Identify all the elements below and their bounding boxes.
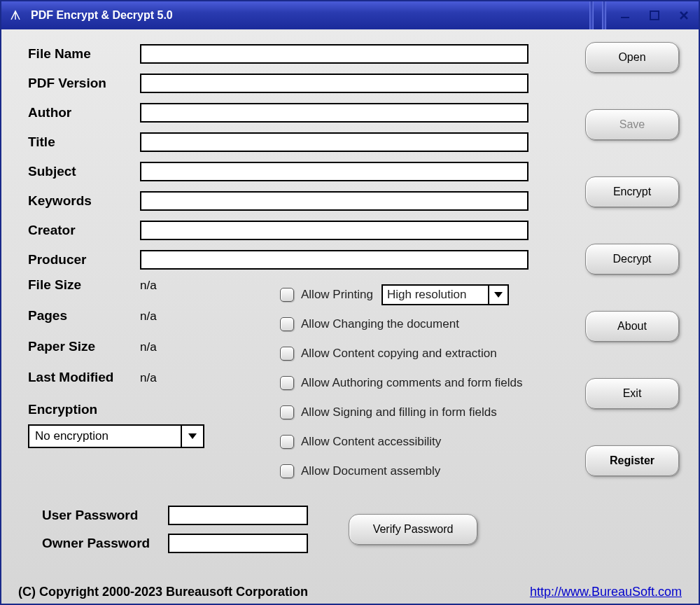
keywords-label: Keywords bbox=[28, 193, 140, 209]
allow-accessibility-checkbox[interactable] bbox=[280, 435, 294, 449]
allow-signing-checkbox[interactable] bbox=[280, 405, 294, 419]
pages-label: Pages bbox=[28, 308, 140, 324]
producer-label: Producer bbox=[28, 252, 140, 267]
keywords-input[interactable] bbox=[140, 191, 528, 211]
window-title: PDF Encrypt & Decrypt 5.0 bbox=[31, 9, 173, 22]
maximize-button[interactable] bbox=[645, 6, 664, 25]
subject-label: Subject bbox=[28, 164, 140, 179]
owner-password-input[interactable] bbox=[168, 534, 308, 553]
chevron-down-icon bbox=[494, 292, 503, 298]
owner-password-label: Owner Password bbox=[28, 536, 168, 551]
allow-changing-checkbox[interactable] bbox=[280, 317, 294, 331]
save-button[interactable]: Save bbox=[585, 109, 679, 140]
allow-signing-label: Allow Signing and filling in form fields bbox=[301, 405, 497, 419]
close-button[interactable] bbox=[675, 6, 693, 25]
author-input[interactable] bbox=[140, 103, 528, 123]
allow-authoring-label: Allow Authoring comments and form fields bbox=[301, 376, 523, 390]
register-button[interactable]: Register bbox=[585, 445, 679, 476]
pdf-version-label: PDF Version bbox=[28, 76, 140, 91]
allow-accessibility-label: Allow Content accessibility bbox=[301, 435, 441, 449]
last-modified-label: Last Modified bbox=[28, 370, 140, 385]
creator-label: Creator bbox=[28, 223, 140, 238]
pdf-version-input[interactable] bbox=[140, 74, 528, 93]
author-label: Author bbox=[28, 105, 140, 120]
last-modified-value: n/a bbox=[140, 371, 157, 385]
pages-value: n/a bbox=[140, 310, 157, 324]
exit-button[interactable]: Exit bbox=[585, 378, 679, 409]
titlebar-separator bbox=[602, 1, 606, 29]
allow-assembly-label: Allow Document assembly bbox=[301, 464, 440, 478]
svg-rect-0 bbox=[621, 17, 629, 18]
printing-resolution-value: High resolution bbox=[383, 286, 488, 304]
file-name-label: File Name bbox=[28, 46, 140, 62]
producer-input[interactable] bbox=[140, 250, 528, 270]
copyright-text: (C) Copyright 2000-2023 Bureausoft Corpo… bbox=[18, 585, 308, 599]
allow-changing-label: Allow Changing the document bbox=[301, 317, 459, 331]
paper-size-value: n/a bbox=[140, 340, 157, 354]
subject-input[interactable] bbox=[140, 162, 528, 181]
file-size-value: n/a bbox=[140, 279, 157, 293]
allow-authoring-checkbox[interactable] bbox=[280, 376, 294, 390]
chevron-down-icon bbox=[188, 433, 197, 439]
about-button[interactable]: About bbox=[585, 311, 679, 342]
allow-printing-label: Allow Printing bbox=[301, 288, 373, 302]
allow-assembly-checkbox[interactable] bbox=[280, 464, 294, 478]
client-area: File Name PDF Version Author Title Subje… bbox=[1, 29, 699, 604]
encryption-value: No encryption bbox=[29, 426, 181, 447]
app-window: PDF Encrypt & Decrypt 5.0 File Name bbox=[0, 0, 700, 605]
minimize-button[interactable] bbox=[616, 6, 634, 25]
allow-copying-label: Allow Content copying and extraction bbox=[301, 347, 497, 361]
encryption-label: Encryption bbox=[28, 402, 280, 417]
titlebar-separator bbox=[589, 1, 594, 29]
decrypt-button[interactable]: Decrypt bbox=[585, 244, 679, 274]
website-link[interactable]: http://www.BureauSoft.com bbox=[530, 585, 682, 599]
file-size-label: File Size bbox=[28, 277, 140, 293]
encrypt-button[interactable]: Encrypt bbox=[585, 176, 679, 207]
allow-copying-checkbox[interactable] bbox=[280, 347, 294, 361]
verify-password-button[interactable]: Verify Password bbox=[349, 514, 477, 545]
action-sidebar: Open Save Encrypt Decrypt About Exit Reg… bbox=[585, 42, 679, 476]
user-password-input[interactable] bbox=[168, 506, 308, 525]
printing-resolution-dropdown-button[interactable] bbox=[488, 286, 507, 304]
allow-printing-checkbox[interactable] bbox=[280, 288, 294, 302]
file-name-input[interactable] bbox=[140, 44, 528, 64]
creator-input[interactable] bbox=[140, 221, 528, 240]
app-icon bbox=[8, 8, 22, 22]
encryption-dropdown[interactable]: No encryption bbox=[28, 424, 204, 448]
title-label: Title bbox=[28, 134, 140, 150]
title-input[interactable] bbox=[140, 132, 528, 152]
open-button[interactable]: Open bbox=[585, 42, 679, 73]
printing-resolution-dropdown[interactable]: High resolution bbox=[382, 284, 509, 305]
user-password-label: User Password bbox=[28, 508, 168, 523]
encryption-dropdown-button[interactable] bbox=[181, 426, 203, 447]
titlebar: PDF Encrypt & Decrypt 5.0 bbox=[1, 1, 699, 29]
svg-rect-1 bbox=[650, 11, 659, 20]
paper-size-label: Paper Size bbox=[28, 339, 140, 354]
